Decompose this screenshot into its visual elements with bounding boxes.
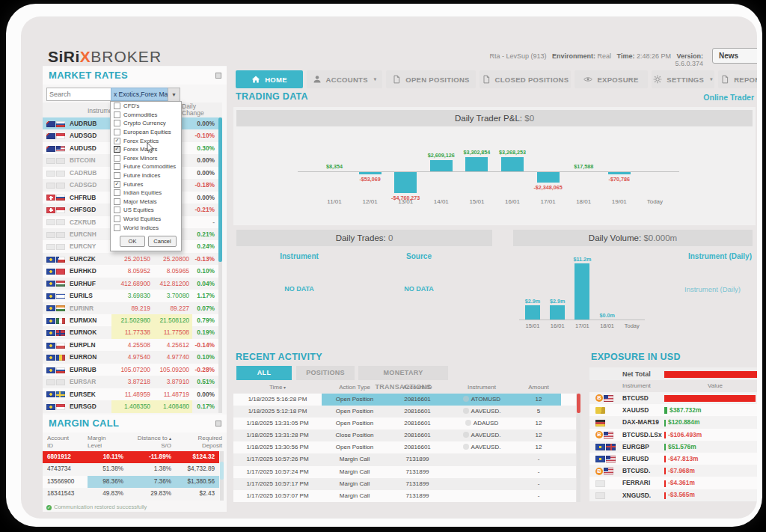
filter-option[interactable]: Commodities — [111, 111, 181, 120]
volume-bar[interactable] — [574, 263, 589, 319]
filter-option[interactable]: Forex Minors — [111, 154, 181, 163]
checkbox[interactable] — [114, 189, 120, 196]
filter-option[interactable]: European Equities — [111, 128, 181, 137]
filter-option[interactable]: World Indices — [111, 223, 181, 232]
checkbox[interactable] — [114, 120, 120, 126]
filter-option[interactable]: Forex Exotics — [111, 136, 181, 145]
pnl-bar[interactable] — [501, 157, 524, 171]
market-rate-row[interactable]: EURRUB105.07200105.09200-0.28% — [43, 364, 222, 376]
checkbox[interactable] — [114, 163, 120, 170]
margin-call-row[interactable]: 474373451.38%1.38%$4,732.89 — [43, 463, 219, 475]
checkbox[interactable] — [114, 103, 120, 109]
filter-option[interactable]: World Equities — [111, 215, 181, 224]
detach-icon[interactable] — [215, 421, 221, 426]
exposure-row[interactable]: FERRARI-$4.361m — [589, 477, 757, 489]
checkbox[interactable] — [114, 172, 120, 179]
checkbox[interactable] — [114, 138, 120, 144]
checkbox[interactable] — [114, 224, 120, 231]
checkbox[interactable] — [114, 215, 120, 222]
search-input[interactable] — [46, 88, 112, 101]
activity-row[interactable]: 1/18/2025 5:12:18 PMOpen Position2081660… — [233, 406, 576, 418]
checkbox[interactable] — [114, 155, 120, 162]
scrollbar-thumb[interactable] — [218, 117, 222, 262]
tab-closed-positions[interactable]: CLOSED POSITIONS — [479, 70, 571, 88]
market-rate-row[interactable]: EURNOK11.7733811.775080.19% — [43, 326, 222, 338]
filter-cancel-button[interactable]: Cancel — [148, 236, 177, 247]
market-rate-row[interactable]: EURHUF412.68900412.812000.04% — [43, 278, 222, 290]
tab-reports[interactable]: REPORTS▾ — [718, 70, 757, 88]
market-rate-row[interactable]: EURSAR3.872183.879100.51% — [43, 376, 222, 388]
filter-option[interactable]: Indian Equities — [111, 189, 181, 198]
checkbox[interactable] — [114, 207, 120, 213]
scrollbar-thumb[interactable] — [220, 462, 224, 480]
news-button[interactable]: News — [712, 48, 757, 64]
checkbox[interactable] — [114, 146, 120, 153]
activity-row[interactable]: 1/18/2025 13:30:56 PMOpen Position208166… — [233, 441, 576, 453]
ra-col-header[interactable]: Time ▾ — [233, 382, 322, 394]
pnl-bar[interactable] — [430, 160, 453, 171]
pnl-bar[interactable] — [465, 157, 488, 171]
filter-option[interactable]: CFD's — [111, 102, 181, 111]
scrollbar-thumb[interactable] — [577, 394, 580, 413]
activity-row[interactable]: 1/17/2025 10:57:07 PMMargin Call7131899- — [233, 490, 576, 502]
checkbox[interactable] — [114, 198, 120, 205]
market-rate-row[interactable]: EURPLN4.255084.25612-0.14% — [43, 339, 222, 351]
volume-bar[interactable] — [525, 305, 540, 319]
filter-option[interactable]: Futures — [111, 180, 181, 189]
filter-ok-button[interactable]: OK — [120, 236, 145, 247]
margin-call-row[interactable]: 680191210.11%-11.89%$124.32 — [43, 451, 219, 463]
activity-row[interactable]: 1/17/2025 10:57:26 PMMargin Call7131899- — [233, 453, 576, 465]
activity-row[interactable]: 1/18/2025 13:31:28 PMClose Position20816… — [233, 429, 576, 441]
exposure-row[interactable]: EURGBP$51.576m — [589, 441, 757, 453]
margin-call-scrollbar[interactable] — [220, 451, 224, 501]
filter-option[interactable]: Major Metals — [111, 198, 181, 207]
pnl-bar[interactable] — [537, 172, 560, 183]
filter-option[interactable]: Future Indices — [111, 171, 181, 180]
online-trader-link[interactable]: Online Trader — [673, 93, 754, 102]
activity-row[interactable]: 1/18/2025 13:31:05 PMOpen Position208166… — [233, 418, 576, 429]
detach-icon[interactable] — [215, 73, 221, 79]
filter-dropdown-button[interactable]: ▼ — [168, 88, 180, 103]
mc-col-header[interactable]: Distance to ▴S/O — [128, 432, 176, 450]
checkbox[interactable] — [114, 111, 120, 118]
ra-col-header[interactable]: Instrument — [447, 382, 516, 394]
pnl-bar[interactable] — [359, 172, 382, 174]
ra-col-header[interactable]: Account ID — [387, 382, 447, 394]
market-rate-row[interactable]: EURSEK11.4895911.487190.00% — [43, 388, 222, 400]
market-rate-row[interactable]: EURHKD8.059528.059650.10% — [43, 265, 222, 277]
market-rate-row[interactable]: EURRON4.975404.977400.10% — [43, 351, 222, 363]
exposure-row[interactable]: ɃBTCUSD.-$7.968m — [589, 465, 757, 477]
market-rate-row[interactable]: EURCZK25.2015025.20800-0.13% — [43, 253, 222, 265]
filter-option[interactable]: Forex Majors — [111, 145, 181, 154]
market-rate-row[interactable]: EURMXN21.50298021.5081200.79% — [43, 314, 222, 326]
market-rate-row[interactable]: EURSGD1.4083501.4084800.17% — [43, 400, 222, 412]
recent-activity-scrollbar[interactable] — [577, 394, 580, 502]
exposure-row[interactable]: XAUUSD$387.732m — [589, 404, 757, 416]
filter-option[interactable]: Future Commodities — [111, 162, 181, 171]
filter-option[interactable]: Crypto Currency — [111, 119, 181, 128]
tab-open-positions[interactable]: OPEN POSITIONS — [386, 70, 476, 88]
checkbox[interactable] — [114, 181, 120, 188]
ra-col-header[interactable]: Action Type — [322, 382, 387, 394]
activity-tab-positions[interactable]: POSITIONS — [296, 366, 355, 380]
market-rates-scrollbar[interactable] — [218, 117, 222, 413]
market-rate-row[interactable]: EURINR89.21989.2270.07% — [43, 302, 222, 314]
ra-col-header[interactable]: Amount — [516, 382, 561, 394]
margin-call-row[interactable]: 1356690098.36%7.36%$1,380.56 — [43, 476, 219, 488]
margin-call-row[interactable]: 1834154349.83%29.83%$2.43 — [43, 488, 219, 500]
activity-tab-all[interactable]: ALL — [236, 366, 292, 380]
checkbox[interactable] — [114, 129, 120, 135]
activity-tab-monetary-transactions[interactable]: MONETARY TRANSACTIONS — [358, 366, 448, 380]
pnl-bar[interactable] — [608, 172, 631, 174]
exposure-row[interactable]: EURUSD-$47.813m — [589, 453, 757, 465]
volume-bar[interactable] — [550, 305, 565, 319]
exposure-row[interactable]: DAX-MAR19$120.884m — [589, 416, 757, 428]
activity-row[interactable]: 1/17/2025 10:57:24 PMMargin Call7131899- — [233, 466, 576, 478]
exposure-row[interactable]: XNGUSD.-$3.565m — [589, 489, 757, 501]
exposure-row[interactable]: ɃBTCUSD-$11,349.285 — [589, 392, 757, 404]
market-rate-row[interactable]: EURILS3.698303.700801.17% — [43, 290, 222, 302]
pnl-bar[interactable] — [394, 172, 417, 193]
tab-exposure[interactable]: EXPOSURE — [574, 70, 648, 88]
activity-row[interactable]: 1/17/2025 10:57:17 PMMargin Call7131899- — [233, 478, 576, 490]
instrument-filter-select[interactable]: x Exotics,Forex Majors — [111, 88, 171, 101]
